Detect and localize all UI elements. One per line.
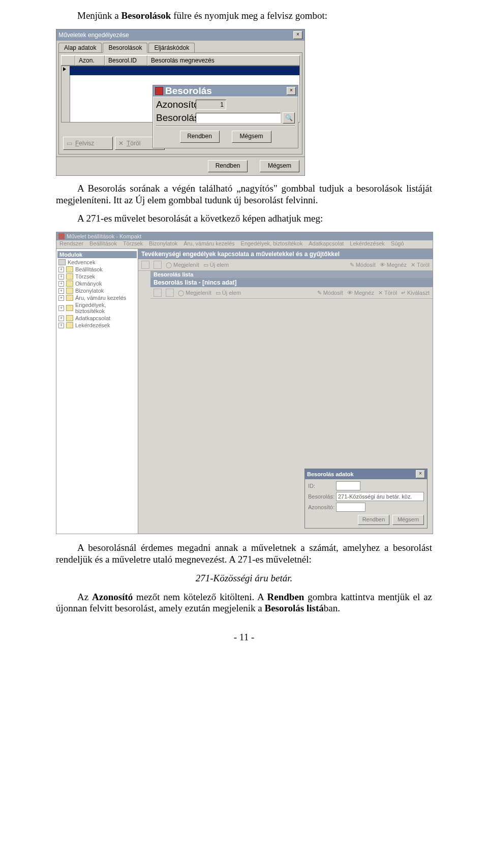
col-azon[interactable]: Azon. xyxy=(75,55,105,66)
tree-item[interactable]: +Áru, vámáru kezelés xyxy=(58,295,137,301)
toolbar-icon[interactable] xyxy=(154,289,162,297)
expand-icon[interactable]: + xyxy=(58,323,64,328)
menu-item[interactable]: Bizonylatok xyxy=(149,240,177,249)
dialog-besorolas: Besorolás × Azonosító: 1 Besorolás: 🔍 Re… xyxy=(152,85,298,148)
tb-uj-elem[interactable]: ▭ Új elem xyxy=(216,290,241,296)
close-icon[interactable]: × xyxy=(287,87,296,95)
tab-eljaraskodok[interactable]: Eljáráskódok xyxy=(148,43,195,52)
label-id: ID: xyxy=(308,483,334,489)
menu-item[interactable]: Engedélyek, biztosítékok xyxy=(241,240,303,249)
tree-item[interactable]: +Bizonylatok xyxy=(58,288,137,294)
input-id[interactable] xyxy=(336,481,360,490)
row-indicator-column xyxy=(62,66,70,122)
input-besorolas[interactable]: 271-Közösségi áru betár. köz. xyxy=(336,492,424,501)
tb-uj-elem[interactable]: ▭ Új elem xyxy=(203,262,229,268)
input-besorolas[interactable] xyxy=(196,113,281,123)
tb-kivalaszt[interactable]: ↵ Kiválaszt xyxy=(401,290,430,296)
folder-icon xyxy=(66,273,73,280)
tb-modosit[interactable]: ✎ Módosít xyxy=(350,262,376,268)
folder-icon xyxy=(58,259,66,265)
tb-modosit[interactable]: ✎ Módosít xyxy=(317,290,343,296)
folder-icon xyxy=(66,266,73,272)
menu-item[interactable]: Adatkapcsolat xyxy=(309,240,344,249)
rendben-button[interactable]: Rendben xyxy=(180,131,220,143)
megsem-button[interactable]: Mégsem xyxy=(232,131,271,143)
toolbar-2: ◯ Megjelenít ▭ Új elem ✎ Módosít 👁 Megné… xyxy=(150,287,433,299)
tree-item[interactable]: +Okmányok xyxy=(58,281,137,287)
megsem-button[interactable]: Mégsem xyxy=(392,515,424,525)
felvisz-label: elvisz xyxy=(79,140,94,147)
subpanel-titlebar: Besorolás lista xyxy=(150,271,433,278)
menu-item[interactable]: Áru, vámáru kezelés xyxy=(184,240,234,249)
toolbar-1: ◯ Megjelenít ▭ Új elem ✎ Módosít 👁 Megné… xyxy=(138,259,433,271)
label-besorolas: Besorolás: xyxy=(156,112,196,123)
megsem-button[interactable]: Mégsem xyxy=(260,160,299,172)
expand-icon[interactable]: + xyxy=(58,316,64,321)
col-besorol-id[interactable]: Besorol.ID xyxy=(105,55,147,66)
app-titlebar: Művelet beállítások - Kompakt xyxy=(56,232,433,240)
expand-icon[interactable]: + xyxy=(58,288,64,294)
grid-header: Azon. Besorol.ID Besorolás megnevezés xyxy=(61,55,300,66)
tree-item[interactable]: +Törzsek xyxy=(58,273,137,280)
expand-icon[interactable]: + xyxy=(58,295,64,301)
sub-panel-besorolas-lista: Besorolás lista Besorolás lista - [nincs… xyxy=(150,271,433,299)
menu-item[interactable]: Törzsek xyxy=(123,240,143,249)
tb-megjelenit[interactable]: ◯ Megjelenít xyxy=(178,290,211,296)
menubar: Rendszer Beállítások Törzsek Bizonylatok… xyxy=(56,240,433,249)
app-screenshot-2: Művelet beállítások - Kompakt Rendszer B… xyxy=(56,232,433,534)
dialog-titlebar: Besorolás × xyxy=(153,85,298,97)
tree-item[interactable]: +Beállítások xyxy=(58,266,137,272)
toolbar-icon[interactable] xyxy=(166,289,174,297)
window-buttons: Rendben Mégsem xyxy=(56,157,304,175)
menu-item[interactable]: Lekérdezések xyxy=(350,240,385,249)
menu-item[interactable]: Súgó xyxy=(391,240,404,249)
folder-icon xyxy=(66,322,73,328)
panel-title-1: Tevékenységi engedélyek kapcsolata a műv… xyxy=(138,249,433,259)
expand-icon[interactable]: + xyxy=(58,305,64,311)
label-azonosito: Azonosító: xyxy=(156,99,196,110)
folder-icon xyxy=(66,288,73,294)
expand-icon[interactable]: + xyxy=(58,267,64,272)
tb-megnez[interactable]: 👁 Megnéz xyxy=(380,262,407,268)
folder-icon xyxy=(66,305,73,311)
input-azonosito[interactable]: 1 xyxy=(196,100,226,110)
titlebar: Műveletek engedélyezése × xyxy=(56,29,304,41)
tab-besorolasok[interactable]: Besorolások xyxy=(103,43,147,53)
para-3: A 271-es művelet besorolását a következő… xyxy=(56,213,432,225)
close-icon[interactable]: × xyxy=(416,470,425,478)
menu-item[interactable]: Beállítások xyxy=(89,240,117,249)
tb-torol[interactable]: ✕ Töröl xyxy=(411,262,430,268)
new-icon: ▭ xyxy=(67,140,72,147)
delete-icon: ✕ xyxy=(118,140,124,147)
torol-label: öröl xyxy=(130,140,140,147)
folder-icon xyxy=(66,295,73,301)
rendben-button[interactable]: Rendben xyxy=(358,515,389,525)
input-azonosito[interactable] xyxy=(336,503,365,512)
app-icon xyxy=(155,87,163,95)
toolbar-icon[interactable] xyxy=(154,261,162,269)
expand-icon[interactable]: + xyxy=(58,274,64,280)
tree-item[interactable]: +Engedélyek, biztosítékok xyxy=(58,302,137,314)
tb-megnez[interactable]: 👁 Megnéz xyxy=(347,290,374,296)
tree-item-kedvencek[interactable]: Kedvencek xyxy=(58,259,137,265)
selected-row xyxy=(70,66,299,75)
felvisz-button[interactable]: ▭ Felvisz xyxy=(63,137,113,150)
dialog-besorolas-adatok: Besorolás adatok × ID: Besorolás:271-Köz… xyxy=(304,469,428,529)
rendben-button[interactable]: Rendben xyxy=(208,160,248,172)
close-icon[interactable]: × xyxy=(293,31,302,39)
lookup-button[interactable]: 🔍 xyxy=(283,112,295,123)
grid-rowselector-header xyxy=(61,55,75,66)
toolbar-icon[interactable] xyxy=(141,261,149,269)
col-besorolas-megnevezes[interactable]: Besorolás megnevezés xyxy=(147,55,300,66)
expand-icon[interactable]: + xyxy=(58,281,64,287)
tree-item[interactable]: +Lekérdezések xyxy=(58,322,137,328)
folder-icon xyxy=(66,315,73,321)
para-2: A Besorolás sorának a végén található „n… xyxy=(56,183,432,206)
tb-torol[interactable]: ✕ Töröl xyxy=(378,290,397,296)
tree-item[interactable]: +Adatkapcsolat xyxy=(58,315,137,321)
app-title: Művelet beállítások - Kompakt xyxy=(67,233,141,239)
menu-item[interactable]: Rendszer xyxy=(59,240,83,249)
module-tree: Modulok Kedvencek +Beállítások +Törzsek … xyxy=(56,249,138,534)
tab-alap-adatok[interactable]: Alap adatok xyxy=(58,43,102,52)
tb-megjelenit[interactable]: ◯ Megjelenít xyxy=(166,262,199,268)
